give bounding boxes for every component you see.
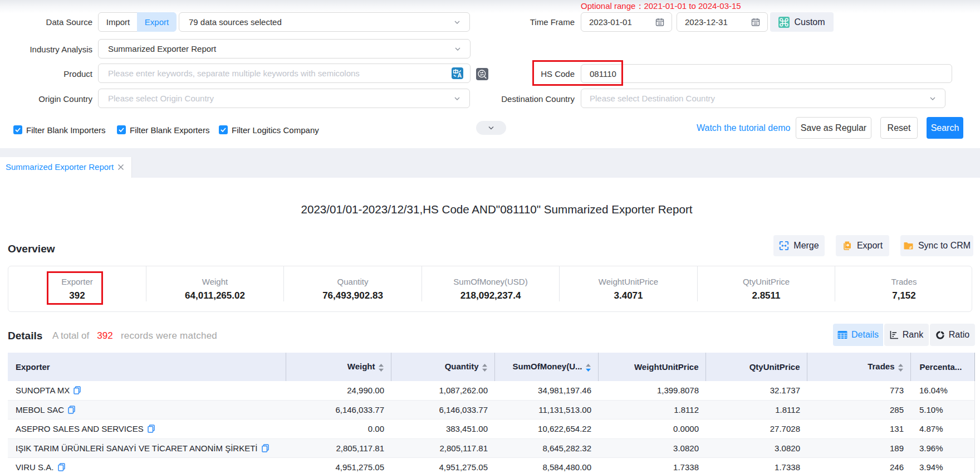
svg-text:A: A bbox=[458, 72, 462, 79]
